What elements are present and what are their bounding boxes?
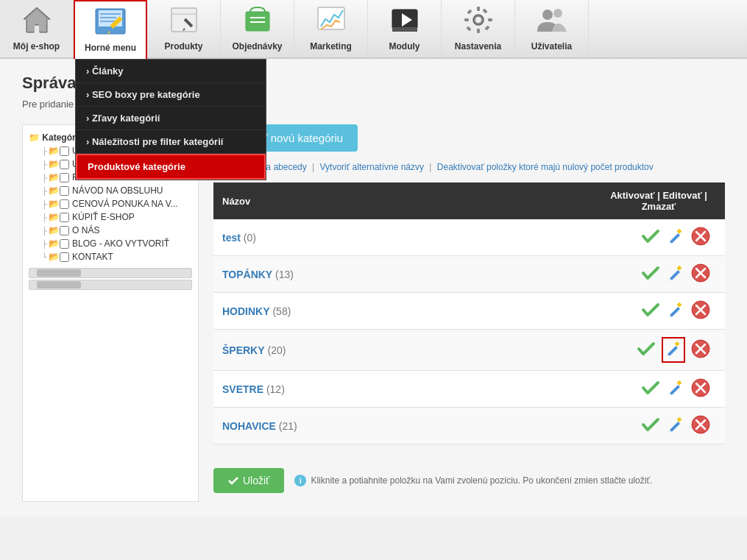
separator-1: | — [312, 162, 316, 172]
modules-icon — [390, 6, 419, 38]
activate-icon[interactable] — [637, 339, 656, 358]
category-name-link[interactable]: NOHAVICE — [222, 420, 276, 432]
col-activate: Aktivovať — [610, 190, 654, 201]
nav-horne-menu[interactable]: Horné menu Články SEO boxy pre kategórie… — [74, 0, 147, 59]
svg-point-31 — [553, 9, 562, 18]
edit-icon[interactable] — [666, 378, 685, 400]
folder-icon: 📂 — [49, 238, 60, 249]
nav-moj-eshop-label: Môj e-shop — [13, 41, 60, 52]
category-name-cell: TOPÁNKY (13) — [213, 256, 592, 293]
category-count: (12) — [263, 383, 285, 395]
deactivate-link[interactable]: Deaktivovať položky ktoré majú nulový po… — [437, 162, 654, 172]
activate-icon[interactable] — [641, 227, 660, 246]
dropdown-produktove-kategorie[interactable]: Produktové kategórie — [76, 154, 266, 180]
tree-item-label: KONTAKT — [72, 252, 113, 262]
table-row: NOHAVICE (21) — [213, 408, 725, 444]
tree-checkbox[interactable] — [60, 146, 69, 156]
category-count: (58) — [270, 305, 291, 317]
category-actions-cell — [592, 219, 725, 256]
save-label: Uložiť — [243, 475, 269, 486]
nav-uzivatelia[interactable]: Užívatelia — [515, 0, 589, 57]
category-name-link[interactable]: SVETRE — [222, 383, 263, 395]
svg-marker-39 — [668, 280, 670, 280]
table-row: ŠPERKY (20) — [213, 330, 725, 371]
footer-save: Uložiť i Kliknite a potiahnite položku n… — [213, 459, 725, 502]
svg-rect-28 — [482, 8, 487, 13]
tree-checkbox[interactable] — [60, 186, 69, 196]
category-name-link[interactable]: test — [222, 232, 241, 244]
delete-icon[interactable] — [691, 339, 710, 361]
edit-icon[interactable] — [666, 415, 685, 436]
nav-moj-eshop[interactable]: Môj e-shop — [0, 0, 74, 57]
delete-icon[interactable] — [691, 227, 710, 248]
svg-rect-24 — [464, 18, 469, 21]
dropdown-nalezitosti[interactable]: Náležitosti pre filter kategórií — [76, 130, 266, 154]
tree-checkbox[interactable] — [60, 213, 69, 222]
folder-icon: 📂 — [49, 159, 60, 169]
list-item: ├ 📂 NÁVOD NA OBSLUHU — [42, 184, 192, 197]
tree-checkbox[interactable] — [60, 199, 69, 209]
edit-icon[interactable] — [666, 300, 685, 322]
delete-icon[interactable] — [691, 300, 710, 322]
horizontal-scrollbar[interactable] — [29, 268, 192, 278]
nav-marketing[interactable]: Marketing — [294, 0, 368, 57]
tree-connector: └ — [42, 253, 47, 261]
list-item: ├ 📂 O NÁS — [42, 224, 192, 237]
nav-nastavenia-label: Nastavenia — [455, 41, 501, 52]
tree-checkbox[interactable] — [60, 173, 69, 182]
nav-nastavenia[interactable]: Nastavenia — [442, 0, 515, 57]
activate-icon[interactable] — [641, 263, 660, 283]
dropdown-zlavy[interactable]: Zľavy kategórií — [76, 107, 266, 130]
save-button[interactable]: Uložiť — [213, 468, 284, 493]
products-icon — [169, 6, 199, 38]
dropdown-seo[interactable]: SEO boxy pre kategórie — [76, 83, 266, 107]
svg-rect-22 — [477, 7, 480, 11]
table-row: SVETRE (12) — [213, 371, 725, 408]
edit-icon[interactable] — [666, 227, 685, 248]
category-name-cell: HODINKY (58) — [213, 293, 592, 330]
alt-names-link[interactable]: Vytvoriť alternatívne názvy — [320, 162, 424, 172]
scrollbar-thumb — [37, 269, 81, 277]
tree-item-label: O NÁS — [72, 225, 99, 235]
activate-icon[interactable] — [641, 378, 660, 397]
nav-objednavky[interactable]: Objednávky — [221, 0, 294, 57]
right-panel: + Pridať novú kategóriu Zotriediť podľa … — [213, 124, 725, 502]
category-count: (13) — [272, 269, 294, 280]
col-edit: Editovať — [662, 190, 701, 201]
edit-icon[interactable] — [662, 337, 685, 363]
category-name-cell: NOHAVICE (21) — [213, 408, 592, 444]
tree-checkbox[interactable] — [60, 252, 69, 262]
save-info: i Kliknite a potiahnite položku na Vami … — [294, 475, 652, 486]
svg-marker-63 — [668, 431, 670, 432]
category-actions-cell — [592, 330, 725, 371]
col-name: Názov — [213, 182, 592, 219]
svg-marker-45 — [668, 316, 670, 317]
svg-rect-26 — [467, 9, 472, 14]
category-count: (20) — [265, 344, 286, 356]
tree-connector: ├ — [42, 160, 47, 169]
tree-checkbox[interactable] — [60, 239, 69, 249]
tree-checkbox[interactable] — [60, 160, 69, 169]
category-name-link[interactable]: TOPÁNKY — [222, 269, 272, 280]
dropdown-clanky[interactable]: Články — [76, 60, 266, 83]
scrollbar-thumb-2 — [37, 281, 81, 288]
edit-icon[interactable] — [666, 263, 685, 285]
col-sep2: | — [704, 190, 707, 201]
tree-item-label: KÚPIŤ E-SHOP — [72, 212, 135, 222]
category-actions-cell — [592, 408, 725, 444]
folder-icon: 📂 — [49, 212, 60, 222]
category-name-cell: test (0) — [213, 219, 592, 256]
folder-icon: 📂 — [49, 172, 60, 182]
tree-checkbox[interactable] — [60, 226, 69, 235]
delete-icon[interactable] — [691, 263, 710, 285]
category-name-link[interactable]: ŠPERKY — [222, 344, 265, 356]
activate-icon[interactable] — [641, 415, 660, 434]
nav-moduly[interactable]: Moduly — [368, 0, 442, 57]
delete-icon[interactable] — [691, 378, 710, 400]
horizontal-scrollbar-2[interactable] — [29, 280, 192, 290]
nav-produkty[interactable]: Produkty — [147, 0, 221, 57]
house-icon — [22, 6, 52, 38]
delete-icon[interactable] — [691, 415, 710, 436]
category-name-link[interactable]: HODINKY — [222, 305, 270, 317]
activate-icon[interactable] — [641, 300, 660, 319]
